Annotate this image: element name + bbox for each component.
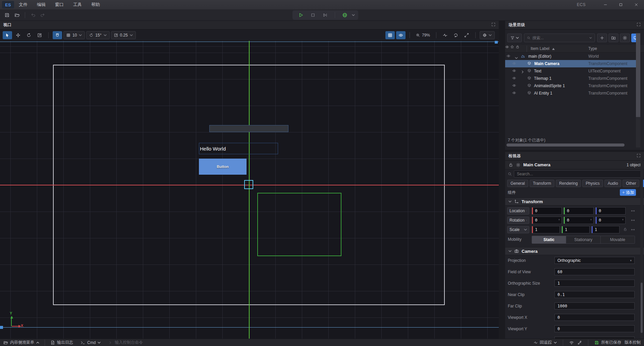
hierarchy-settings-button[interactable] [620, 34, 630, 42]
undo-button[interactable] [28, 11, 38, 19]
hierarchy-row-animatedsprite[interactable]: AnimatedSprite 1 TransformComponent [505, 82, 639, 90]
content-drawer-button[interactable]: 内容侧滑菜单 [3, 340, 39, 345]
grid-snap-dropdown[interactable]: 10 [63, 31, 85, 39]
scale-z-input[interactable]: 1 [591, 226, 620, 233]
mobility-static[interactable]: Static [532, 236, 566, 243]
tab-transform[interactable]: Transform [530, 180, 554, 187]
maximize-button[interactable] [613, 0, 629, 9]
fit-view-button[interactable] [462, 31, 471, 39]
lock-column-icon[interactable] [516, 45, 520, 50]
menu-file[interactable]: 文件 [14, 0, 32, 9]
tab-general[interactable]: General [507, 180, 528, 187]
tab-other[interactable]: Other [623, 180, 639, 187]
hierarchy-row-tilemap[interactable]: Tilemap 1 TransformComponent [505, 75, 639, 82]
output-log-button[interactable]: 输出日志 [50, 340, 73, 345]
viewport-expand-icon[interactable] [491, 22, 495, 27]
unlock-icon[interactable] [508, 163, 513, 167]
add-component-button[interactable]: 添加 [620, 189, 636, 196]
hierarchy-row-main[interactable]: main (Editor) World [505, 53, 639, 60]
hierarchy-row-ai-entity[interactable]: AI Entity 1 TransformComponent [505, 90, 639, 97]
cmd-dropdown[interactable]: Cmd [80, 340, 101, 345]
node-connection-icon[interactable] [577, 340, 582, 345]
mobility-movable[interactable]: Movable [601, 236, 635, 243]
stop-button[interactable] [308, 11, 318, 19]
location-dropdown[interactable]: Location [507, 207, 529, 215]
uniform-scale-lock-icon[interactable] [623, 227, 627, 232]
orthographic-size-input[interactable]: 1 [554, 280, 635, 287]
trace-dropdown[interactable]: 回追踪 [534, 340, 557, 345]
location-x-input[interactable]: 0 [532, 207, 562, 215]
chevron-down-icon[interactable] [515, 55, 518, 60]
reset-view-button[interactable] [451, 31, 461, 39]
save-button[interactable] [2, 11, 12, 19]
scale-snap-dropdown[interactable]: 0.25 [111, 31, 136, 39]
projection-select[interactable]: Orthographic▾ [554, 257, 635, 264]
hierarchy-row-main-camera[interactable]: Main Camera TransformComponent [505, 60, 639, 67]
scene-canvas[interactable]: Hello World Button Y X [0, 41, 499, 339]
minimize-button[interactable] [598, 0, 613, 9]
open-button[interactable] [12, 11, 22, 19]
inspector-search[interactable] [514, 170, 641, 178]
add-entity-button[interactable] [597, 34, 607, 42]
link-axes-icon[interactable] [631, 227, 635, 232]
selection-handle-top-right[interactable] [495, 41, 498, 44]
step-button[interactable] [320, 11, 330, 19]
eye-icon[interactable] [512, 83, 516, 89]
scale-y-input[interactable]: 1 [561, 226, 590, 233]
eye-icon[interactable] [512, 69, 516, 74]
menu-edit[interactable]: 编辑 [32, 0, 50, 9]
add-folder-button[interactable] [608, 34, 619, 42]
button-entity[interactable]: Button [199, 159, 247, 175]
rotation-x-input[interactable]: 0° [532, 217, 562, 224]
inspector-search-input[interactable] [517, 172, 638, 176]
column-type[interactable]: Type [588, 46, 597, 51]
scale-x-input[interactable]: 1 [532, 226, 560, 233]
eye-icon[interactable] [512, 61, 516, 66]
eye-icon[interactable] [512, 76, 516, 81]
link-axes-icon[interactable] [631, 218, 635, 223]
select-tool[interactable] [3, 31, 12, 39]
link-axes-icon[interactable] [631, 209, 635, 213]
app-logo[interactable]: ES [2, 1, 14, 8]
save-status[interactable]: 所有已保存 [594, 340, 621, 345]
hierarchy-expand-icon[interactable] [637, 22, 641, 27]
selection-handle-bottom-left[interactable] [0, 326, 3, 329]
move-tool[interactable] [13, 31, 23, 39]
eye-icon[interactable] [512, 91, 516, 96]
rotation-z-input[interactable]: 0° [595, 217, 626, 224]
camera-section-header[interactable]: Camera [505, 247, 644, 255]
grid-visibility-toggle[interactable] [385, 31, 395, 39]
world-run-dropdown[interactable] [340, 11, 350, 19]
filter-dropdown[interactable] [507, 34, 522, 42]
location-y-input[interactable]: 0 [564, 207, 594, 215]
menu-tools[interactable]: 工具 [68, 0, 87, 9]
near-clip-input[interactable]: 0.1 [554, 291, 635, 298]
stats-button[interactable] [440, 31, 450, 39]
hierarchy-hscrollbar[interactable] [506, 143, 625, 147]
eye-icon[interactable] [506, 54, 511, 59]
rotation-dropdown[interactable]: Rotation [507, 217, 529, 224]
camera-selection-box[interactable] [244, 180, 253, 189]
tab-audio[interactable]: Audio [604, 180, 622, 187]
hierarchy-row-text[interactable]: Text UITextComponent [505, 67, 639, 75]
panel-divider[interactable] [499, 21, 505, 339]
hierarchy-vscrollbar[interactable] [636, 33, 640, 148]
transform-section-header[interactable]: Transform [505, 197, 644, 206]
rotate-tool[interactable] [24, 31, 34, 39]
console-command-input[interactable]: 输入控制台命令 [109, 340, 143, 345]
close-button[interactable] [629, 0, 644, 9]
viewport-x-input[interactable]: 0 [554, 314, 635, 321]
version-control-button[interactable]: 版本控制 [625, 340, 641, 345]
favorite-column-icon[interactable] [510, 45, 514, 50]
object-settings-icon[interactable] [516, 163, 521, 167]
play-button[interactable] [296, 11, 306, 19]
view-mode-dropdown[interactable] [480, 31, 495, 39]
menu-help[interactable]: 帮助 [87, 0, 105, 9]
hierarchy-search-input[interactable] [532, 36, 587, 40]
zoom-indicator[interactable]: 79% [414, 33, 432, 38]
viewport-y-input[interactable]: 0 [554, 325, 635, 332]
network-icon[interactable] [569, 340, 574, 345]
text-entity[interactable]: Hello World [199, 143, 278, 154]
tab-physics[interactable]: Physics [582, 180, 603, 187]
chevron-right-icon[interactable] [522, 70, 524, 74]
